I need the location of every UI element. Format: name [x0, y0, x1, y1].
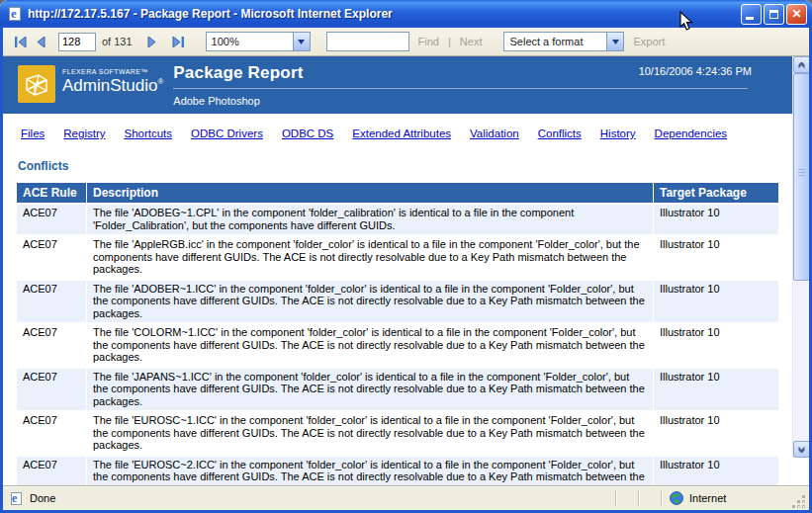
- target-package-cell: Illustrator 10: [654, 324, 778, 367]
- brand-mark: ®: [157, 77, 163, 86]
- close-icon: ✕: [791, 8, 801, 20]
- table-row: ACE07 The file 'ADOBEG~1.CPL' in the com…: [17, 205, 778, 234]
- chevron-up-icon: [798, 62, 805, 68]
- last-page-icon: [172, 37, 184, 47]
- nav-link-registry[interactable]: Registry: [63, 128, 105, 139]
- export-format-select[interactable]: Select a format: [503, 32, 624, 51]
- maximize-button[interactable]: [764, 4, 784, 25]
- next-page-icon: [147, 37, 156, 47]
- ace-rule-cell: ACE07: [17, 205, 86, 234]
- find-next-separator: |: [448, 36, 451, 47]
- ie-page-icon: e: [7, 6, 23, 22]
- vertical-scrollbar[interactable]: [792, 56, 809, 458]
- table-row: ACE07 The file 'JAPANS~1.ICC' in the com…: [17, 369, 778, 411]
- nav-link-odbc-drivers[interactable]: ODBC Drivers: [191, 128, 263, 139]
- maximize-icon: [769, 10, 778, 19]
- nav-link-shortcuts[interactable]: Shortcuts: [124, 128, 172, 139]
- ace-rule-cell: ACE07: [17, 412, 86, 455]
- conflicts-table-body: ACE07 The file 'ADOBEG~1.CPL' in the com…: [17, 205, 778, 485]
- title-bar[interactable]: e http://172.17.5.167 - Package Report -…: [0, 0, 812, 28]
- chevron-down-icon: [293, 33, 310, 50]
- report-timestamp: 10/16/2006 4:24:36 PM: [639, 65, 752, 77]
- first-page-icon: [15, 37, 27, 47]
- page-number-input[interactable]: [58, 33, 96, 51]
- nav-link-dependencies[interactable]: Dependencies: [655, 128, 728, 139]
- target-package-cell: Illustrator 10: [654, 205, 778, 234]
- minimize-icon: [746, 17, 754, 20]
- conflicts-table: ACE Rule Description Target Package ACE0…: [16, 181, 779, 485]
- last-page-button[interactable]: [168, 32, 188, 51]
- zone-label: Internet: [689, 492, 726, 504]
- column-header-ace-rule: ACE Rule: [17, 183, 86, 203]
- status-bar: e Done Internet: [3, 485, 809, 510]
- chevron-down-icon: [798, 447, 805, 453]
- next-button[interactable]: Next: [460, 36, 483, 47]
- first-page-button[interactable]: [11, 32, 31, 51]
- zoom-value: 100%: [207, 33, 293, 50]
- adminstudio-logo: FLEXERA SOFTWARE™ AdminStudio®: [3, 56, 163, 114]
- nav-link-extended-attributes[interactable]: Extended Attributes: [352, 128, 451, 139]
- find-button[interactable]: Find: [418, 36, 439, 47]
- export-format-value: Select a format: [504, 33, 606, 50]
- scroll-up-button[interactable]: [793, 56, 809, 73]
- export-button[interactable]: Export: [633, 36, 665, 47]
- report-header: FLEXERA SOFTWARE™ AdminStudio® Package R…: [3, 56, 809, 114]
- next-page-button[interactable]: [142, 32, 162, 51]
- close-button[interactable]: ✕: [786, 4, 807, 25]
- brand-name-text: AdminStudio: [62, 76, 157, 95]
- cube-logo-icon: [18, 65, 55, 103]
- description-cell: The file 'EUROSC~1.ICC' in the component…: [87, 412, 653, 455]
- ace-rule-cell: ACE07: [17, 236, 86, 279]
- brand-small-text: FLEXERA SOFTWARE™: [62, 68, 163, 75]
- table-header-row: ACE Rule Description Target Package: [17, 183, 778, 203]
- resize-grip[interactable]: [792, 495, 807, 510]
- report-content: FLEXERA SOFTWARE™ AdminStudio® Package R…: [3, 56, 809, 485]
- description-cell: The file 'EUROSC~2.ICC' in the component…: [87, 457, 653, 486]
- nav-link-files[interactable]: Files: [21, 128, 45, 139]
- window-title: http://172.17.5.167 - Package Report - M…: [28, 7, 741, 21]
- target-package-cell: Illustrator 10: [654, 281, 778, 323]
- globe-icon: [670, 491, 683, 505]
- header-divider: [173, 88, 748, 89]
- target-package-cell: Illustrator 10: [654, 236, 778, 279]
- ie-status-icon: e: [9, 491, 24, 506]
- nav-link-conflicts[interactable]: Conflicts: [538, 128, 582, 139]
- previous-page-icon: [37, 37, 45, 47]
- column-header-description: Description: [87, 183, 653, 203]
- security-zone: Internet: [662, 491, 792, 505]
- table-row: ACE07 The file 'EUROSC~2.ICC' in the com…: [17, 457, 778, 486]
- nav-link-odbc-ds[interactable]: ODBC DS: [282, 128, 333, 139]
- target-package-cell: Illustrator 10: [654, 457, 778, 486]
- report-toolbar: of 131 100% Find | Next Select a format …: [3, 28, 809, 56]
- zoom-select[interactable]: 100%: [206, 32, 311, 51]
- table-row: ACE07 The file 'ADOBER~1.ICC' in the com…: [17, 281, 778, 323]
- target-package-cell: Illustrator 10: [654, 369, 778, 411]
- ace-rule-cell: ACE07: [17, 324, 86, 367]
- table-row: ACE07 The file 'AppleRGB.icc' in the com…: [17, 236, 778, 279]
- find-text-input[interactable]: [326, 32, 409, 51]
- minimize-button[interactable]: [741, 4, 762, 25]
- ace-rule-cell: ACE07: [17, 281, 86, 323]
- scroll-down-button[interactable]: [793, 441, 809, 458]
- chevron-down-icon: [606, 33, 623, 50]
- browser-window: e http://172.17.5.167 - Package Report -…: [0, 0, 812, 513]
- table-row: ACE07 The file 'EUROSC~1.ICC' in the com…: [17, 412, 778, 455]
- nav-link-history[interactable]: History: [600, 128, 636, 139]
- description-cell: The file 'JAPANS~1.ICC' in the component…: [87, 369, 653, 411]
- description-cell: The file 'AppleRGB.icc' in the component…: [87, 236, 653, 279]
- previous-page-button[interactable]: [31, 32, 50, 51]
- report-nav: FilesRegistryShortcutsODBC DriversODBC D…: [3, 114, 809, 141]
- nav-link-validation[interactable]: Validation: [470, 128, 519, 139]
- section-title: Conflicts: [18, 159, 809, 173]
- status-text: Done: [30, 492, 55, 504]
- target-package-cell: Illustrator 10: [654, 412, 778, 455]
- window-frame: of 131 100% Find | Next Select a format …: [0, 28, 812, 513]
- page-count-label: of 131: [102, 36, 133, 47]
- column-header-target-package: Target Package: [654, 183, 778, 203]
- package-name: Adobe Photoshop: [173, 95, 809, 107]
- scrollbar-thumb[interactable]: [793, 73, 809, 281]
- ace-rule-cell: ACE07: [17, 457, 86, 486]
- description-cell: The file 'ADOBEG~1.CPL' in the component…: [87, 205, 653, 234]
- ace-rule-cell: ACE07: [17, 369, 86, 411]
- description-cell: The file 'COLORM~1.ICC' in the component…: [87, 324, 653, 367]
